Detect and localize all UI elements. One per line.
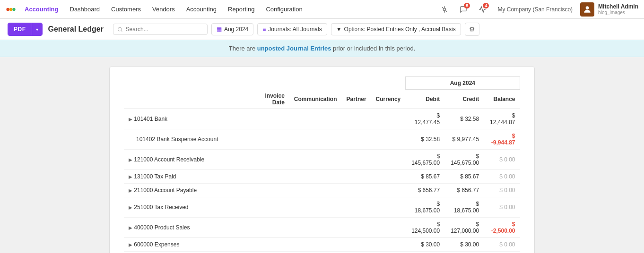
- account-link[interactable]: 400000 Product Sales: [134, 224, 190, 231]
- nav-item-customers[interactable]: Customers: [106, 3, 146, 16]
- svg-point-0: [6, 8, 9, 10]
- col-communication: Communication: [289, 90, 342, 109]
- bug-icon-button[interactable]: [437, 2, 452, 17]
- cell-partner: [342, 129, 371, 149]
- svg-point-9: [118, 27, 122, 31]
- chat-icon-button[interactable]: 5: [456, 2, 471, 17]
- info-banner: There are unposted Journal Entries prior…: [0, 40, 644, 57]
- cell-communication: [289, 217, 342, 237]
- account-link[interactable]: 600000 Expenses: [134, 241, 179, 248]
- table-row: ▶ 121000 Account Receivable$ 145,675.00$…: [124, 149, 520, 169]
- cell-credit: $ 30.00: [444, 237, 484, 251]
- cell-partner: [342, 183, 371, 197]
- cell-partner: [342, 197, 371, 217]
- pdf-button[interactable]: PDF: [8, 23, 32, 35]
- column-header-row: Invoice Date Communication Partner Curre…: [124, 90, 520, 109]
- cell-currency: [371, 109, 406, 129]
- table-row: 999999 Undistributed Profits/Losses$ 541…: [124, 251, 520, 253]
- nav-item-configuration[interactable]: Configuration: [261, 3, 307, 16]
- table-row: ▶ 600000 Expenses$ 30.00$ 30.00$ 0.00: [124, 237, 520, 251]
- cell-credit: $ 18,675.00: [444, 197, 484, 217]
- general-ledger-table: Aug 2024 Invoice Date Communication Part…: [124, 76, 520, 253]
- app-logo[interactable]: [6, 4, 16, 15]
- cell-partner: [342, 251, 371, 253]
- cell-currency: [371, 183, 406, 197]
- cell-communication: [289, 183, 342, 197]
- user-info[interactable]: Mitchell Admin blog_images: [598, 3, 638, 15]
- activity-icon-button[interactable]: 4: [475, 2, 490, 17]
- cell-invoice_date: [256, 217, 289, 237]
- svg-point-1: [9, 8, 12, 10]
- pdf-dropdown-button[interactable]: ▾: [32, 23, 42, 35]
- cell-credit: $ 127,000.00: [444, 217, 484, 237]
- cell-balance: $ 0.00: [484, 183, 520, 197]
- nav-right-area: 5 4 My Company (San Francisco) Mitchell …: [437, 2, 638, 17]
- cell-debit: $ 145,675.00: [405, 149, 444, 169]
- page-title: General Ledger: [48, 25, 104, 34]
- period-header-row: Aug 2024: [124, 77, 520, 90]
- col-balance: Balance: [484, 90, 520, 109]
- cell-debit: $ 30.00: [405, 237, 444, 251]
- cell-currency: [371, 217, 406, 237]
- cell-credit: $ 656.77: [444, 183, 484, 197]
- account-name-text: 101402 Bank Suspense Account: [136, 136, 218, 143]
- cell-communication: [289, 169, 342, 183]
- nav-item-accounting[interactable]: Accounting: [20, 3, 63, 16]
- cell-debit: $ 124,500.00: [405, 217, 444, 237]
- cell-partner: [342, 149, 371, 169]
- nav-item-vendors[interactable]: Vendors: [148, 3, 180, 16]
- calendar-icon: ▦: [217, 26, 222, 33]
- expand-arrow[interactable]: ▶: [129, 205, 132, 210]
- journals-filter-button[interactable]: ≡ Journals: All Journals: [257, 23, 327, 35]
- top-navigation: Accounting Dashboard Customers Vendors A…: [0, 0, 644, 19]
- account-link[interactable]: 121000 Account Receivable: [134, 156, 204, 163]
- user-name: Mitchell Admin: [598, 3, 638, 10]
- odoo-logo-icon: [6, 4, 16, 15]
- cell-balance: $ -2,500.00: [484, 217, 520, 237]
- options-filter-button[interactable]: ▼ Options: Posted Entries Only , Accrual…: [331, 23, 461, 35]
- cell-debit: $ 12,477.45: [405, 109, 444, 129]
- cell-invoice_date: [256, 149, 289, 169]
- cell-balance: $ 0.00: [484, 169, 520, 183]
- cell-balance: $ 0.00: [484, 149, 520, 169]
- expand-arrow[interactable]: ▶: [129, 157, 132, 162]
- unposted-entries-link[interactable]: unposted Journal Entries: [257, 45, 331, 52]
- cell-balance: $ 0.00: [484, 237, 520, 251]
- cell-credit: $ 145,675.00: [444, 149, 484, 169]
- expand-arrow[interactable]: ▶: [129, 225, 132, 230]
- account-link[interactable]: 101401 Bank: [134, 116, 167, 122]
- table-row: ▶ 400000 Product Sales$ 124,500.00$ 127,…: [124, 217, 520, 237]
- cell-invoice_date: [256, 197, 289, 217]
- expand-arrow[interactable]: ▶: [129, 174, 132, 179]
- cell-debit: $ 18,675.00: [405, 197, 444, 217]
- cell-invoice_date: [256, 109, 289, 129]
- svg-point-3: [444, 8, 446, 10]
- table-row: ▶ 101401 Bank$ 12,477.45$ 32.58$ 12,444.…: [124, 109, 520, 129]
- table-row: 101402 Bank Suspense Account$ 32.58$ 9,9…: [124, 129, 520, 149]
- col-currency: Currency: [371, 90, 406, 109]
- cell-invoice_date: [256, 251, 289, 253]
- expand-arrow[interactable]: ▶: [129, 242, 132, 247]
- expand-arrow[interactable]: ▶: [129, 188, 132, 193]
- expand-arrow[interactable]: ▶: [129, 117, 132, 122]
- company-selector[interactable]: My Company (San Francisco): [494, 4, 576, 15]
- account-link[interactable]: 251000 Tax Received: [134, 204, 188, 211]
- cell-currency: [371, 197, 406, 217]
- cell-credit: $ 85.67: [444, 169, 484, 183]
- nav-item-reporting[interactable]: Reporting: [223, 3, 259, 16]
- cell-currency: [371, 237, 406, 251]
- date-filter-button[interactable]: ▦ Aug 2024: [211, 23, 253, 35]
- nav-item-dashboard[interactable]: Dashboard: [65, 3, 105, 16]
- cell-invoice_date: [256, 129, 289, 149]
- account-link[interactable]: 131000 Tax Paid: [134, 173, 176, 180]
- cell-invoice_date: [256, 169, 289, 183]
- search-box[interactable]: [113, 24, 208, 35]
- settings-button[interactable]: ⚙: [465, 23, 479, 36]
- account-link[interactable]: 211000 Account Payable: [134, 187, 197, 194]
- cell-communication: [289, 237, 342, 251]
- cell-partner: [342, 237, 371, 251]
- col-debit: Debit: [405, 90, 444, 109]
- user-avatar[interactable]: [580, 2, 594, 17]
- search-input[interactable]: [126, 26, 203, 33]
- nav-item-accounting2[interactable]: Accounting: [182, 3, 221, 16]
